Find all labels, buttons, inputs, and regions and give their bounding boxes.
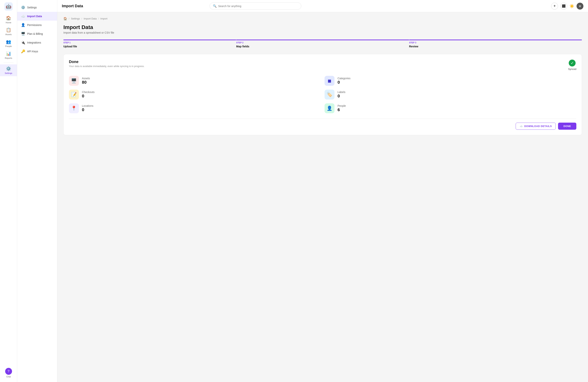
step-1: STEP 1 Upload file xyxy=(63,40,236,48)
breadcrumb-import: Import xyxy=(100,17,107,20)
step-1-name: Upload file xyxy=(63,45,236,48)
synced-label: Synced xyxy=(568,67,576,70)
nav-item-assets[interactable]: 📋 Assets xyxy=(0,26,17,37)
add-button[interactable]: + xyxy=(551,3,558,10)
stat-people: 👤 People 6 xyxy=(325,103,576,113)
nav-label-people: People xyxy=(5,45,12,47)
step-2-line xyxy=(236,40,409,40)
done-header: Done Your data is available immediately,… xyxy=(69,60,576,70)
download-details-label: DOWNLOAD DETAILS xyxy=(524,125,552,128)
chat-button[interactable]: ? Chat xyxy=(0,366,17,380)
sidenav-integrations-label: Integrations xyxy=(27,41,41,44)
topbar-actions: + ⬛ ☀️ U xyxy=(551,3,583,10)
nav-label-assets: Assets xyxy=(5,33,12,36)
stat-assets: 🖥️ Assets 80 xyxy=(69,76,321,86)
stat-labels: 🏷️ Labels 0 xyxy=(325,90,576,99)
main-area: Import Data 🔍 + ⬛ ☀️ U 🏠 / Settings / Im… xyxy=(57,0,588,382)
stat-categories-value: 0 xyxy=(337,80,351,85)
nav-label-settings: Settings xyxy=(5,72,12,74)
breadcrumb-sep-3: / xyxy=(98,17,99,20)
stat-people-text: People 6 xyxy=(337,104,346,112)
nav-divider xyxy=(3,63,14,63)
stat-people-name: People xyxy=(337,104,346,107)
stat-checkouts-icon-wrap: 📝 xyxy=(69,90,79,99)
sidenav-import-icon: ☁️ xyxy=(21,14,25,18)
done-title: Done xyxy=(69,60,145,64)
stat-assets-icon: 🖥️ xyxy=(71,78,77,84)
synced-block: ✓ Synced xyxy=(568,60,576,70)
sidenav-billing-icon: 🖥️ xyxy=(21,32,25,36)
nav-label-home: Home xyxy=(6,22,11,24)
breadcrumb-import-data[interactable]: Import Data xyxy=(84,17,97,20)
step-2-label: STEP 2 xyxy=(236,42,409,44)
card-actions: ☁️ DOWNLOAD DETAILS DONE xyxy=(69,123,576,130)
stat-locations-text: Locations 0 xyxy=(82,104,93,112)
nav-label-reports: Reports xyxy=(5,57,12,59)
topbar-title: Import Data xyxy=(62,4,83,8)
sidenav-settings-label: Settings xyxy=(27,6,37,9)
sidenav-import-data[interactable]: ☁️ Import Data xyxy=(17,12,57,21)
user-avatar[interactable]: U xyxy=(577,3,583,10)
stat-checkouts-text: Checkouts 0 xyxy=(82,90,94,99)
sidenav-import-label: Import Data xyxy=(27,15,42,18)
stat-assets-value: 80 xyxy=(82,80,90,85)
breadcrumb: 🏠 / Settings / Import Data / Import xyxy=(63,17,582,21)
nav-item-home[interactable]: 🏠 Home xyxy=(0,14,17,26)
step-2-name: Map fields xyxy=(236,45,409,48)
app-logo: 🤖 xyxy=(4,2,13,11)
stat-checkouts-value: 0 xyxy=(82,94,94,99)
breadcrumb-home-icon[interactable]: 🏠 xyxy=(63,17,67,21)
stat-locations-icon: 📍 xyxy=(71,106,77,111)
sidenav-plan-billing[interactable]: 🖥️ Plan & Billing xyxy=(17,29,57,38)
search-bar[interactable]: 🔍 xyxy=(210,2,301,10)
search-input[interactable] xyxy=(218,5,298,8)
sidenav-api-keys-label: API Keys xyxy=(27,50,38,53)
chat-label: Chat xyxy=(6,376,11,378)
sidenav-integrations[interactable]: 🔌 Integrations xyxy=(17,38,57,47)
nav-item-people[interactable]: 👥 People xyxy=(0,37,17,49)
stat-assets-text: Assets 80 xyxy=(82,77,90,85)
stat-people-icon-wrap: 👤 xyxy=(325,103,335,113)
far-left-nav: 🤖 🏠 Home 📋 Assets 👥 People 📊 Reports ⚙️ … xyxy=(0,0,17,382)
sidenav-billing-label: Plan & Billing xyxy=(27,32,43,35)
stat-checkouts-name: Checkouts xyxy=(82,90,94,94)
theme-toggle[interactable]: ☀️ xyxy=(569,4,574,8)
sidenav-api-keys[interactable]: 🔑 API Keys xyxy=(17,47,57,56)
stat-labels-text: Labels 0 xyxy=(337,90,345,99)
barcode-button[interactable]: ⬛ xyxy=(560,3,567,10)
stat-assets-name: Assets xyxy=(82,77,90,80)
download-details-button[interactable]: ☁️ DOWNLOAD DETAILS xyxy=(516,123,556,130)
stat-labels-name: Labels xyxy=(337,90,345,94)
synced-check-icon: ✓ xyxy=(569,60,576,67)
breadcrumb-settings[interactable]: Settings xyxy=(71,17,80,20)
result-card: Done Your data is available immediately,… xyxy=(63,54,582,135)
stat-categories-icon: ◼ xyxy=(328,78,331,84)
assets-icon: 📋 xyxy=(6,27,11,32)
logo-icon: 🤖 xyxy=(6,4,11,9)
step-1-label: STEP 1 xyxy=(63,42,236,44)
page-title: Import Data xyxy=(63,24,582,30)
stat-checkouts-icon: 📝 xyxy=(71,92,77,97)
done-subtitle: Your data is available immediately, even… xyxy=(69,65,145,67)
nav-item-settings[interactable]: ⚙️ Settings xyxy=(0,64,17,76)
stat-labels-icon-wrap: 🏷️ xyxy=(325,90,335,99)
step-3-line xyxy=(409,40,582,40)
done-button[interactable]: DONE xyxy=(558,123,576,130)
stat-locations-icon-wrap: 📍 xyxy=(69,103,79,113)
page-header: Import Data Import data from a spreadshe… xyxy=(63,24,582,34)
sidenav-api-keys-icon: 🔑 xyxy=(21,49,25,53)
stat-locations-value: 0 xyxy=(82,107,93,112)
sidenav-settings[interactable]: ⚙️ Settings xyxy=(17,3,57,12)
sidenav-settings-icon: ⚙️ xyxy=(21,5,25,10)
sidenav-integrations-icon: 🔌 xyxy=(21,41,25,45)
step-1-line xyxy=(63,40,236,40)
nav-item-reports[interactable]: 📊 Reports xyxy=(0,49,17,61)
stat-people-value: 6 xyxy=(337,107,346,112)
step-3-label: STEP 3 xyxy=(409,42,582,44)
done-text: Done Your data is available immediately,… xyxy=(69,60,145,67)
sidenav-permissions-label: Permissions xyxy=(27,23,42,26)
sidenav-permissions[interactable]: 👤 Permissions xyxy=(17,21,57,29)
done-button-label: DONE xyxy=(563,125,571,128)
step-3: STEP 3 Review xyxy=(409,40,582,48)
secondary-nav: ⚙️ Settings ☁️ Import Data 👤 Permissions… xyxy=(17,0,57,382)
